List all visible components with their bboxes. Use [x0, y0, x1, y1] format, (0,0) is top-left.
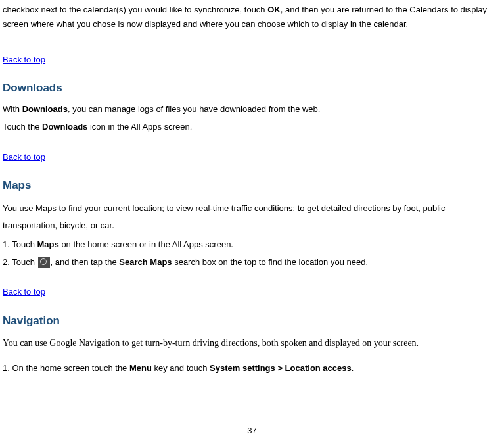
back-to-top-link-3[interactable]: Back to top — [3, 286, 45, 298]
intro-paragraph: checkbox next to the calendar(s) you wou… — [3, 3, 500, 32]
intro-bold: OK — [267, 5, 281, 14]
maps-step2: 2. Touch , and then tap the Search Maps … — [3, 256, 500, 270]
back-to-top-link-1[interactable]: Back to top — [3, 54, 45, 66]
maps-p1: You use Maps to find your current locati… — [3, 200, 500, 234]
downloads-heading: Downloads — [3, 80, 500, 96]
back-to-top-link-2[interactable]: Back to top — [3, 151, 45, 163]
downloads-p1: With Downloads, you can manage logs of f… — [3, 103, 500, 116]
maps-step1: 1. Touch Maps on the home screen or in t… — [3, 238, 500, 252]
maps-s2b: , and then tap the — [51, 257, 120, 267]
navigation-step1: 1. On the home screen touch the Menu key… — [3, 362, 500, 376]
downloads-p2bold: Downloads — [42, 122, 87, 132]
nav-s1c: . — [352, 363, 354, 373]
maps-s2bold: Search Maps — [119, 257, 172, 267]
nav-s1b: key and touch — [152, 363, 210, 373]
nav-s1bold2: System settings > Location access — [210, 363, 352, 373]
downloads-p1bold: Downloads — [22, 104, 68, 114]
maps-s2c: search box on the top to find the locati… — [172, 257, 369, 267]
downloads-p1a: With — [3, 104, 22, 114]
search-icon — [38, 257, 50, 268]
downloads-p2b: icon in the All Apps screen. — [87, 122, 192, 132]
downloads-p2a: Touch the — [3, 122, 42, 132]
nav-s1bold1: Menu — [129, 363, 152, 373]
maps-s2a: 2. Touch — [3, 257, 37, 267]
nav-s1a: 1. On the home screen touch the — [3, 363, 129, 373]
maps-s1b: on the home screen or in the All Apps sc… — [59, 239, 233, 249]
navigation-heading: Navigation — [3, 313, 500, 329]
page-number: 37 — [0, 425, 504, 437]
maps-s1a: 1. Touch — [3, 239, 37, 249]
downloads-p1b: , you can manage logs of files you have … — [68, 104, 320, 114]
downloads-p2: Touch the Downloads icon in the All Apps… — [3, 120, 500, 134]
maps-s1bold: Maps — [37, 239, 59, 249]
navigation-note: You can use Google Navigation to get tur… — [3, 335, 500, 353]
intro-text-a: checkbox next to the calendar(s) you wou… — [3, 5, 267, 14]
maps-heading: Maps — [3, 178, 500, 193]
